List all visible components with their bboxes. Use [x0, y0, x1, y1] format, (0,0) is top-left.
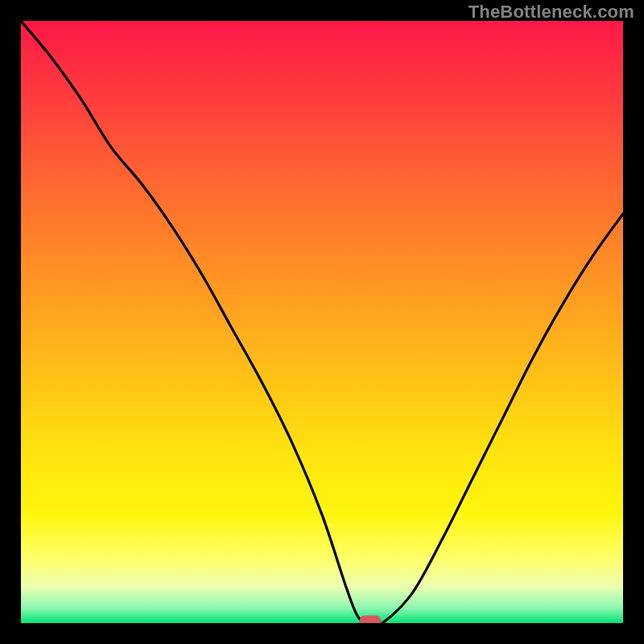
- plot-svg: [21, 21, 623, 623]
- chart-frame: TheBottleneck.com: [0, 0, 644, 644]
- bottleneck-plot: [21, 21, 623, 623]
- gradient-background: [21, 21, 623, 623]
- optimal-point-marker: [359, 616, 381, 624]
- watermark-text: TheBottleneck.com: [469, 2, 634, 23]
